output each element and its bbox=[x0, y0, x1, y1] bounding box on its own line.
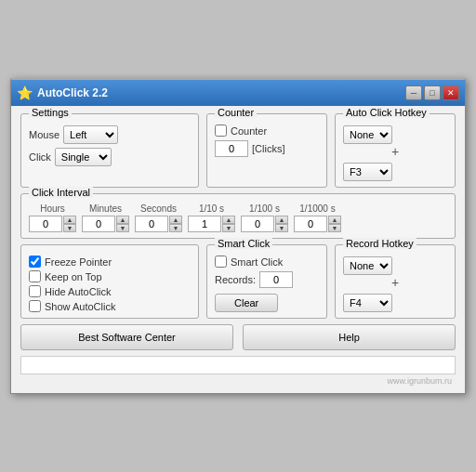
interval-group-label: Click Interval bbox=[29, 187, 93, 198]
minutes-up-btn[interactable]: ▲ bbox=[116, 216, 129, 224]
status-bar bbox=[20, 356, 456, 374]
record-key-select[interactable]: F4 F3 F5 None bbox=[343, 294, 392, 312]
options-group: Freeze Pointer Keep on Top Hide AutoClic… bbox=[20, 244, 199, 319]
mouse-row: Mouse Left Right Middle bbox=[29, 125, 191, 144]
hundredths-spinner-btns: ▲ ▼ bbox=[275, 216, 288, 232]
smart-checkbox-row: Smart Click bbox=[215, 256, 319, 268]
hundredths-down-btn[interactable]: ▼ bbox=[275, 224, 288, 232]
show-checkbox[interactable] bbox=[29, 300, 41, 312]
counter-checkbox-label: Counter bbox=[231, 125, 267, 137]
mouse-label: Mouse bbox=[29, 129, 60, 140]
hours-up-btn[interactable]: ▲ bbox=[63, 216, 76, 224]
tenths-col: 1/10 s ▲ ▼ bbox=[188, 203, 235, 232]
thousandths-up-btn[interactable]: ▲ bbox=[328, 216, 341, 224]
record-hotkey-group: Record Hotkey None Ctrl Alt Shift + F4 F… bbox=[335, 244, 456, 319]
maximize-button[interactable]: □ bbox=[424, 85, 441, 100]
smart-click-label: Smart Click bbox=[215, 238, 272, 249]
settings-group: Settings Mouse Left Right Middle Click S… bbox=[20, 113, 199, 188]
settings-label: Settings bbox=[29, 107, 72, 118]
smart-click-checkbox[interactable] bbox=[215, 256, 227, 268]
hide-checkbox[interactable] bbox=[29, 285, 41, 297]
minutes-spinner-btns: ▲ ▼ bbox=[116, 216, 129, 232]
record-modifier-row: None Ctrl Alt Shift bbox=[343, 256, 447, 275]
app-title: AutoClick 2.2 bbox=[37, 86, 108, 99]
seconds-down-btn[interactable]: ▼ bbox=[169, 224, 182, 232]
records-input[interactable] bbox=[259, 271, 293, 288]
smart-click-group: Smart Click Smart Click Records: Clear bbox=[206, 244, 327, 319]
watermark: www.igrunbum.ru bbox=[20, 376, 456, 386]
help-button[interactable]: Help bbox=[243, 324, 456, 350]
seconds-spinner-btns: ▲ ▼ bbox=[169, 216, 182, 232]
mouse-select[interactable]: Left Right Middle bbox=[63, 125, 118, 144]
freeze-checkbox[interactable] bbox=[29, 256, 41, 268]
title-buttons: ─ □ ✕ bbox=[405, 85, 459, 100]
bottom-section: Freeze Pointer Keep on Top Hide AutoClic… bbox=[20, 244, 456, 319]
seconds-col: Seconds ▲ ▼ bbox=[135, 203, 182, 232]
close-button[interactable]: ✕ bbox=[443, 85, 459, 100]
show-label: Show AutoClick bbox=[45, 301, 115, 312]
hours-spinner: ▲ ▼ bbox=[29, 216, 76, 232]
click-row: Click Single Double bbox=[29, 148, 191, 166]
counter-value-input[interactable] bbox=[215, 140, 248, 157]
show-row: Show AutoClick bbox=[29, 300, 191, 312]
hundredths-label: 1/100 s bbox=[249, 203, 280, 214]
tenths-spinner-btns: ▲ ▼ bbox=[222, 216, 235, 232]
hide-label: Hide AutoClick bbox=[45, 286, 112, 297]
tenths-up-btn[interactable]: ▲ bbox=[222, 216, 235, 224]
thousandths-col: 1/1000 s ▲ ▼ bbox=[294, 203, 341, 232]
seconds-up-btn[interactable]: ▲ bbox=[169, 216, 182, 224]
tenths-label: 1/10 s bbox=[199, 203, 224, 214]
hundredths-spinner: ▲ ▼ bbox=[241, 216, 288, 232]
freeze-label: Freeze Pointer bbox=[45, 256, 112, 268]
keeptop-label: Keep on Top bbox=[45, 271, 102, 282]
hundredths-input[interactable] bbox=[241, 216, 274, 232]
thousandths-down-btn[interactable]: ▼ bbox=[328, 224, 341, 232]
freeze-row: Freeze Pointer bbox=[29, 256, 191, 268]
hours-label: Hours bbox=[40, 203, 65, 214]
records-label: Records: bbox=[215, 274, 256, 285]
minutes-label: Minutes bbox=[89, 203, 122, 214]
hotkey-plus: + bbox=[343, 144, 447, 159]
interval-cols: Hours ▲ ▼ Minutes ▲ bbox=[29, 203, 447, 232]
keeptop-row: Keep on Top bbox=[29, 270, 191, 282]
click-label: Click bbox=[29, 151, 51, 163]
hotkey-modifier-row: None Ctrl Alt Shift bbox=[343, 125, 447, 144]
seconds-label: Seconds bbox=[140, 203, 177, 214]
main-window: ⭐ AutoClick 2.2 ─ □ ✕ Settings Mouse Lef… bbox=[10, 78, 466, 394]
minimize-button[interactable]: ─ bbox=[405, 85, 422, 100]
counter-group-label: Counter bbox=[215, 107, 257, 118]
hotkey-key-select[interactable]: F3 F4 F5 None bbox=[343, 163, 392, 181]
minutes-input[interactable] bbox=[82, 216, 115, 232]
hide-row: Hide AutoClick bbox=[29, 285, 191, 297]
counter-value-row: [Clicks] bbox=[215, 140, 319, 157]
hours-input[interactable] bbox=[29, 216, 62, 232]
hours-col: Hours ▲ ▼ bbox=[29, 203, 76, 232]
keeptop-checkbox[interactable] bbox=[29, 270, 41, 282]
top-section: Settings Mouse Left Right Middle Click S… bbox=[20, 113, 456, 188]
clear-button[interactable]: Clear bbox=[215, 294, 278, 312]
tenths-spinner: ▲ ▼ bbox=[188, 216, 235, 232]
counter-checkbox-row: Counter bbox=[215, 125, 319, 137]
records-row: Records: bbox=[215, 271, 319, 288]
best-software-button[interactable]: Best Software Center bbox=[20, 324, 233, 350]
hotkey-group-label: Auto Click Hotkey bbox=[343, 107, 430, 118]
hotkey-key-row: F3 F4 F5 None bbox=[343, 163, 447, 181]
thousandths-label: 1/1000 s bbox=[299, 203, 335, 214]
record-modifier-select[interactable]: None Ctrl Alt Shift bbox=[343, 256, 392, 275]
app-icon: ⭐ bbox=[17, 85, 33, 100]
hundredths-up-btn[interactable]: ▲ bbox=[275, 216, 288, 224]
content-area: Settings Mouse Left Right Middle Click S… bbox=[11, 106, 465, 393]
bottom-buttons: Best Software Center Help bbox=[20, 324, 456, 350]
tenths-input[interactable] bbox=[188, 216, 221, 232]
hours-down-btn[interactable]: ▼ bbox=[63, 224, 76, 232]
minutes-down-btn[interactable]: ▼ bbox=[116, 224, 129, 232]
hotkey-modifier-select[interactable]: None Ctrl Alt Shift bbox=[343, 125, 392, 144]
counter-checkbox[interactable] bbox=[215, 125, 227, 137]
record-plus: + bbox=[343, 275, 447, 290]
click-select[interactable]: Single Double bbox=[55, 148, 112, 166]
seconds-input[interactable] bbox=[135, 216, 168, 232]
hours-spinner-btns: ▲ ▼ bbox=[63, 216, 76, 232]
thousandths-input[interactable] bbox=[294, 216, 327, 232]
interval-group: Click Interval Hours ▲ ▼ Minutes bbox=[20, 193, 456, 239]
tenths-down-btn[interactable]: ▼ bbox=[222, 224, 235, 232]
